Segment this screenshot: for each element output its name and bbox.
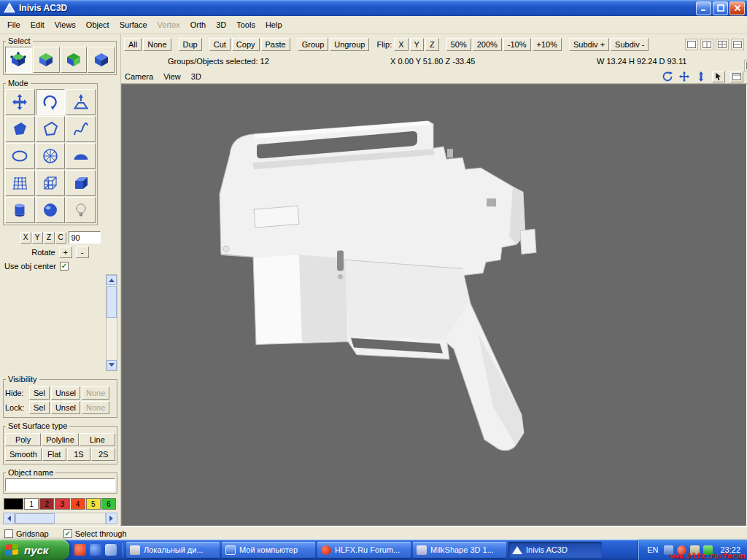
tool-cylinder-button[interactable] — [5, 197, 35, 223]
rotate-plus-button[interactable]: + — [59, 246, 72, 258]
tool-mesh-button[interactable] — [5, 170, 35, 196]
tool-half-disc-button[interactable] — [66, 143, 96, 169]
tool-light-button[interactable] — [66, 197, 96, 223]
select-through-checkbox[interactable] — [63, 529, 72, 538]
tool-move-button[interactable] — [5, 89, 35, 115]
layout-horizontal-icon[interactable] — [731, 39, 744, 50]
use-obj-center-checkbox[interactable] — [60, 262, 69, 271]
tool-wire-cube-button[interactable] — [36, 170, 66, 196]
1s-button[interactable]: 1S — [67, 448, 91, 461]
tool-ellipse-button[interactable] — [5, 143, 35, 169]
scroll-thumb[interactable] — [15, 513, 55, 524]
start-button[interactable]: пуск — [0, 540, 69, 560]
select-surface-button[interactable] — [61, 47, 88, 73]
zoom-50-button[interactable]: 50% — [446, 38, 471, 51]
polyline-button[interactable]: Polyline — [42, 433, 79, 446]
menu-help[interactable]: Help — [260, 18, 287, 32]
scroll-right-button[interactable] — [106, 513, 117, 524]
gridsnap-checkbox[interactable] — [4, 529, 13, 538]
menu-object[interactable]: Object — [81, 18, 115, 32]
zoom-minus10-button[interactable]: -10% — [503, 38, 531, 51]
palette-color-6[interactable]: 6 — [101, 498, 116, 510]
tool-extrude-button[interactable] — [66, 89, 96, 115]
palette-color-1[interactable]: 1 — [24, 498, 39, 510]
palette-color-4[interactable]: 4 — [71, 498, 85, 510]
axis-z-button[interactable]: Z — [44, 232, 55, 244]
select-group-button[interactable] — [5, 47, 32, 73]
viewport-menu-camera[interactable]: Camera — [125, 72, 153, 81]
pan-icon[interactable] — [678, 71, 690, 82]
menu-file[interactable]: File — [2, 18, 26, 32]
task-inivis-ac3d[interactable]: Inivis AC3D — [508, 542, 602, 558]
palette-color-black[interactable] — [4, 498, 23, 510]
panel-vertical-scrollbar[interactable] — [106, 274, 117, 371]
menu-tools[interactable]: Tools — [231, 18, 260, 32]
cut-button[interactable]: Cut — [209, 38, 231, 51]
select-object-button[interactable] — [33, 47, 60, 73]
menu-views[interactable]: Views — [50, 18, 81, 32]
task-hlfx-forum[interactable]: HLFX.Ru Forum... — [317, 542, 411, 558]
menu-orth[interactable]: Orth — [185, 18, 211, 32]
flip-z-button[interactable]: Z — [425, 38, 439, 51]
zoom-plus10-button[interactable]: +10% — [533, 38, 562, 51]
hide-sel-button[interactable]: Sel — [29, 386, 50, 400]
tool-cube-button[interactable] — [66, 170, 96, 196]
gun-model[interactable] — [122, 85, 746, 526]
task-my-computer[interactable]: Мой компьютер — [222, 542, 315, 558]
axis-y-button[interactable]: Y — [32, 232, 43, 244]
scroll-track[interactable] — [15, 513, 106, 524]
axis-x-button[interactable]: X — [20, 232, 31, 244]
select-vertex-button[interactable] — [88, 47, 115, 73]
tool-spline-button[interactable] — [66, 116, 96, 142]
dup-button[interactable]: Dup — [179, 38, 202, 51]
tool-rotate-button[interactable] — [36, 89, 66, 115]
axis-c-button[interactable]: C — [55, 232, 66, 244]
menu-3d[interactable]: 3D — [211, 18, 231, 32]
pointer-mode-button[interactable] — [712, 71, 725, 82]
grid-view-icon[interactable] — [744, 60, 747, 71]
zoom-200-button[interactable]: 200% — [473, 38, 502, 51]
all-button[interactable]: All — [124, 38, 142, 51]
palette-color-3[interactable]: 3 — [55, 498, 69, 510]
3d-viewport[interactable] — [121, 84, 747, 526]
minimize-button[interactable] — [696, 1, 711, 15]
lock-unsel-button[interactable]: Unsel — [51, 401, 80, 414]
ungroup-button[interactable]: Ungroup — [330, 38, 369, 51]
subdiv-plus-button[interactable]: Subdiv + — [569, 38, 609, 51]
close-button[interactable] — [729, 1, 745, 15]
none-button[interactable]: None — [143, 38, 171, 51]
tool-polygon-button[interactable] — [36, 116, 66, 142]
maximize-button[interactable] — [713, 1, 728, 15]
group-button[interactable]: Group — [298, 38, 329, 51]
quicklaunch-icon-3[interactable] — [105, 544, 117, 556]
menu-surface[interactable]: Surface — [115, 18, 152, 32]
poly-button[interactable]: Poly — [5, 433, 41, 446]
layout-single-icon[interactable] — [685, 39, 698, 50]
language-indicator[interactable]: EN — [647, 545, 658, 554]
viewport-menu-3d[interactable]: 3D — [191, 72, 201, 81]
subdiv-minus-button[interactable]: Subdiv - — [611, 38, 649, 51]
tool-polygon-fill-button[interactable] — [5, 116, 35, 142]
scroll-thumb[interactable] — [107, 286, 117, 318]
flip-x-button[interactable]: X — [394, 38, 408, 51]
orbit-icon[interactable] — [662, 71, 673, 82]
2s-button[interactable]: 2S — [91, 448, 115, 461]
viewport-menu-view[interactable]: View — [163, 72, 181, 81]
hide-unsel-button[interactable]: Unsel — [51, 386, 80, 400]
palette-color-5[interactable]: 5 — [86, 498, 101, 510]
flip-y-button[interactable]: Y — [410, 38, 424, 51]
lock-sel-button[interactable]: Sel — [29, 401, 50, 414]
line-button[interactable]: Line — [80, 433, 115, 446]
scroll-down-button[interactable] — [107, 360, 117, 370]
maximize-view-button[interactable] — [730, 71, 743, 82]
copy-button[interactable]: Copy — [232, 38, 260, 51]
flat-button[interactable]: Flat — [42, 448, 66, 461]
layout-two-pane-icon[interactable] — [700, 39, 713, 50]
rotate-angle-input[interactable] — [69, 231, 101, 244]
quicklaunch-icon-1[interactable] — [74, 544, 86, 556]
scroll-up-button[interactable] — [107, 275, 117, 285]
scroll-left-button[interactable] — [3, 513, 15, 524]
rotate-minus-button[interactable]: - — [76, 246, 89, 258]
layout-four-pane-icon[interactable] — [716, 39, 729, 50]
tool-disc-button[interactable] — [36, 143, 66, 169]
